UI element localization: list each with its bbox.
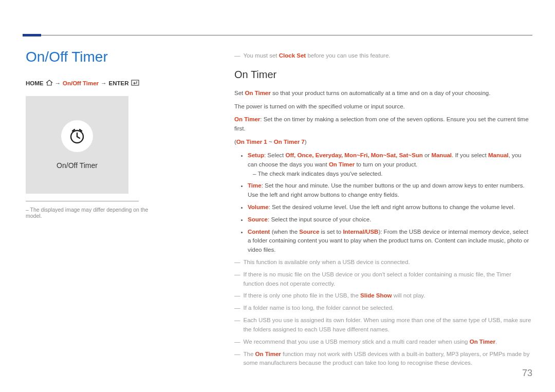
enter-icon <box>131 80 139 87</box>
note: ―If there is only one photo file in the … <box>234 291 532 301</box>
breadcrumb: HOME → On/Off Timer → ENTER <box>26 80 164 87</box>
list-item: Volume: Set the desired volume level. Us… <box>248 203 532 212</box>
top-rule <box>23 35 532 35</box>
note: ―If there is no music file on the USB de… <box>234 270 532 289</box>
breadcrumb-enter: ENTER <box>109 80 129 86</box>
paragraph: The power is turned on with the specifie… <box>234 102 532 111</box>
dash-icon: ― <box>234 316 240 334</box>
list-item: Source: Select the input source of your … <box>248 215 532 225</box>
dash-icon: ― <box>234 291 240 301</box>
dash-icon: ― <box>234 51 240 61</box>
dash-icon: ― <box>234 270 240 289</box>
arrow-icon: → <box>55 80 61 86</box>
clock-set-note: ― You must set Clock Set before you can … <box>234 51 532 61</box>
top-accent <box>23 34 41 36</box>
tile-label: On/Off Timer <box>57 161 98 170</box>
paragraph: On Timer: Set the on timer by making a s… <box>234 115 532 134</box>
breadcrumb-path: On/Off Timer <box>63 80 99 86</box>
list-item: Setup: Select Off, Once, Everyday, Mon~F… <box>248 151 532 178</box>
left-column: On/Off Timer HOME → On/Off Timer → ENTER… <box>26 49 164 219</box>
dash-icon: ― <box>234 258 240 267</box>
divider <box>26 201 139 201</box>
note: ―Each USB you use is assigned its own fo… <box>234 316 532 334</box>
home-icon <box>46 80 53 87</box>
list-item: The check mark indicates days you've sel… <box>253 170 532 179</box>
breadcrumb-home: HOME <box>26 80 44 86</box>
section-heading: On Timer <box>234 67 532 83</box>
list-item: Content (when the Source is set to Inter… <box>248 228 532 255</box>
paragraph: (On Timer 1 ~ On Timer 7) <box>234 138 532 147</box>
note: ―If a folder name is too long, the folde… <box>234 304 532 313</box>
sub-list: The check mark indicates days you've sel… <box>253 170 532 179</box>
page-number: 73 <box>522 368 532 379</box>
feature-tile: On/Off Timer <box>26 96 128 194</box>
right-column: ― You must set Clock Set before you can … <box>234 51 532 371</box>
clock-icon <box>61 120 93 152</box>
dash-icon: ― <box>234 338 240 347</box>
svg-rect-0 <box>132 80 139 85</box>
note: ―We recommend that you use a USB memory … <box>234 338 532 347</box>
note: ―This function is available only when a … <box>234 258 532 267</box>
dash-icon: ― <box>234 350 240 368</box>
bullet-list: Setup: Select Off, Once, Everyday, Mon~F… <box>248 151 532 255</box>
list-item: Time: Set the hour and minute. Use the n… <box>248 181 532 200</box>
page-title: On/Off Timer <box>26 49 164 65</box>
dash-icon: ― <box>234 304 240 313</box>
paragraph: Set On Timer so that your product turns … <box>234 89 532 98</box>
note: ―The On Timer function may not work with… <box>234 350 532 368</box>
model-disclaimer: – The displayed image may differ dependi… <box>26 207 164 219</box>
arrow-icon: → <box>101 80 107 86</box>
